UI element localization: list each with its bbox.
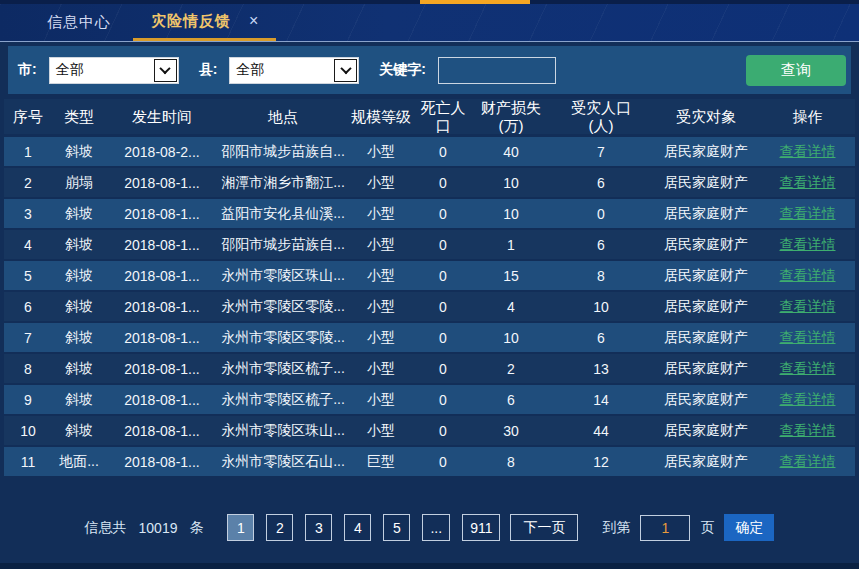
county-select[interactable]: 全部 [229,57,359,84]
table-cell: 斜坡 [52,391,106,409]
table-row: 11地面...2018-08-1...永州市零陵区石山...巨型0812居民家庭… [4,447,855,478]
tab-label: 灾险情反馈 [151,12,231,31]
table-cell: 邵阳市城步苗族自... [218,236,348,254]
table-cell: 小型 [348,174,414,192]
table-row: 7斜坡2018-08-1...永州市零陵区零陵...小型0106居民家庭财产查看… [4,323,855,354]
view-details-link[interactable]: 查看详情 [760,143,855,161]
page-ellipsis-button[interactable]: ... [422,514,450,541]
city-label: 市: [18,61,37,79]
table-cell: 小型 [348,205,414,223]
table-cell: 小型 [348,329,414,347]
table-cell: 居民家庭财产 [652,453,760,471]
table-cell: 8 [472,454,550,470]
table-cell: 0 [550,206,652,222]
table-cell: 永州市零陵区珠山... [218,422,348,440]
table-cell: 居民家庭财产 [652,205,760,223]
table-cell: 斜坡 [52,143,106,161]
table-cell: 0 [414,454,472,470]
table-cell: 2018-08-2... [106,144,218,160]
table-cell: 斜坡 [52,422,106,440]
table-cell: 2018-08-1... [106,423,218,439]
view-details-link[interactable]: 查看详情 [760,236,855,254]
table-cell: 永州市零陵区零陵... [218,298,348,316]
page-button[interactable]: 5 [383,514,410,541]
table-cell: 44 [550,423,652,439]
keyword-input[interactable] [438,57,556,84]
table-cell: 斜坡 [52,298,106,316]
table-cell: 0 [414,206,472,222]
table-cell: 0 [414,361,472,377]
column-header: 财产损失 (万) [472,99,550,134]
page-button[interactable]: 1 [227,514,254,541]
table-cell: 居民家庭财产 [652,360,760,378]
page-button[interactable]: 4 [344,514,371,541]
table-cell: 6 [550,175,652,191]
view-details-link[interactable]: 查看详情 [760,298,855,316]
table-cell: 11 [4,454,52,470]
table-cell: 40 [472,144,550,160]
table-cell: 2018-08-1... [106,206,218,222]
table-cell: 0 [414,330,472,346]
top-edge [0,0,859,4]
table-cell: 小型 [348,422,414,440]
view-details-link[interactable]: 查看详情 [760,391,855,409]
next-page-button[interactable]: 下一页 [510,514,578,541]
table-cell: 0 [414,392,472,408]
table-cell: 斜坡 [52,360,106,378]
filter-bar: 市: 全部 县: 全部 关键字: 查询 [8,46,851,94]
table-cell: 15 [472,268,550,284]
column-header: 地点 [218,108,348,125]
total-label: 信息共 [85,519,127,537]
table-cell: 5 [4,268,52,284]
close-icon[interactable]: × [249,13,258,29]
table-cell: 居民家庭财产 [652,422,760,440]
table-cell: 益阳市安化县仙溪... [218,205,348,223]
table-cell: 居民家庭财产 [652,298,760,316]
column-header: 操作 [760,108,855,125]
table-cell: 0 [414,299,472,315]
page-unit-label: 页 [700,519,714,537]
view-details-link[interactable]: 查看详情 [760,360,855,378]
confirm-button[interactable]: 确定 [724,514,774,541]
table-cell: 2018-08-1... [106,454,218,470]
table-cell: 斜坡 [52,236,106,254]
tab-disaster-feedback[interactable]: 灾险情反馈 × [133,4,276,41]
table-cell: 居民家庭财产 [652,267,760,285]
goto-page-input[interactable] [640,515,690,541]
table-cell: 2018-08-1... [106,330,218,346]
view-details-link[interactable]: 查看详情 [760,205,855,223]
table-cell: 居民家庭财产 [652,174,760,192]
table-cell: 湘潭市湘乡市翻江... [218,174,348,192]
table-row: 9斜坡2018-08-1...永州市零陵区梳子...小型0614居民家庭财产查看… [4,385,855,416]
table-cell: 2 [472,361,550,377]
column-header: 受灾人口 (人) [550,99,652,134]
column-header: 序号 [4,108,52,125]
table-cell: 6 [4,299,52,315]
page-button[interactable]: 2 [266,514,293,541]
page-button[interactable]: 911 [462,514,500,541]
table-body: 1斜坡2018-08-2...邵阳市城步苗族自...小型0407居民家庭财产查看… [4,137,855,478]
table-cell: 2018-08-1... [106,268,218,284]
search-button[interactable]: 查询 [746,55,846,86]
top-accent-bar [420,0,530,4]
table-cell: 0 [414,268,472,284]
table-cell: 6 [550,330,652,346]
table-cell: 14 [550,392,652,408]
page-button[interactable]: 3 [305,514,332,541]
table-cell: 12 [550,454,652,470]
table-cell: 1 [472,237,550,253]
data-table: 序号类型发生时间地点规模等级死亡人 口财产损失 (万)受灾人口 (人)受灾对象操… [4,99,855,478]
view-details-link[interactable]: 查看详情 [760,422,855,440]
table-cell: 巨型 [348,453,414,471]
app-window: 信息中心 灾险情反馈 × 市: 全部 县: 全部 关键字: 查询 序号类型发生时… [0,0,859,569]
column-header: 发生时间 [106,108,218,125]
column-header: 死亡人 口 [414,99,472,134]
view-details-link[interactable]: 查看详情 [760,174,855,192]
view-details-link[interactable]: 查看详情 [760,453,855,471]
main-content: 市: 全部 县: 全部 关键字: 查询 序号类型发生时间地点规模等级死亡人 口财… [0,46,859,541]
view-details-link[interactable]: 查看详情 [760,329,855,347]
table-header: 序号类型发生时间地点规模等级死亡人 口财产损失 (万)受灾人口 (人)受灾对象操… [4,99,855,137]
tab-info-center[interactable]: 信息中心 [25,4,133,41]
city-select[interactable]: 全部 [49,57,179,84]
view-details-link[interactable]: 查看详情 [760,267,855,285]
